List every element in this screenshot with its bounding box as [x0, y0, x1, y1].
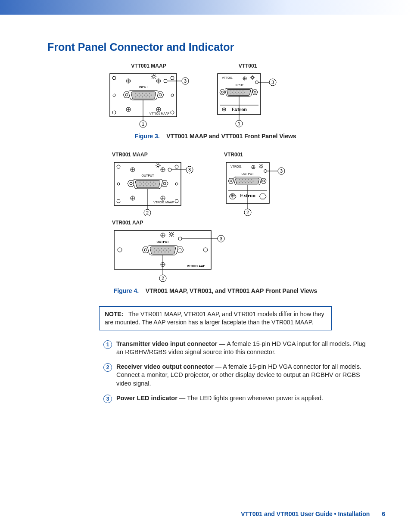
svg-point-106	[140, 182, 141, 183]
svg-point-119	[150, 185, 151, 187]
svg-point-146	[263, 180, 265, 182]
svg-point-22	[159, 93, 162, 96]
svg-point-34	[139, 96, 140, 98]
svg-point-160	[248, 182, 249, 183]
svg-point-1	[112, 76, 116, 80]
svg-point-26	[146, 93, 147, 94]
svg-point-72	[234, 93, 234, 94]
svg-point-194	[156, 250, 157, 251]
svg-point-190	[158, 248, 159, 249]
svg-point-31	[147, 95, 149, 96]
figure-4-row-2: VTR001 AAP OUTPUT VTR00	[112, 220, 383, 282]
svg-point-202	[165, 252, 166, 253]
svg-point-148	[242, 179, 243, 180]
diagram-vtt001-maap: INPUT	[108, 72, 190, 128]
page-top-border	[0, 0, 411, 15]
callout-lead: Receiver video output connector	[116, 363, 214, 370]
svg-point-133	[260, 165, 262, 168]
callout-marker: 3	[184, 78, 187, 84]
figure-label: VTR001 AAP	[112, 220, 383, 226]
svg-point-172	[203, 248, 208, 252]
svg-point-85	[175, 165, 178, 168]
svg-point-156	[252, 180, 253, 181]
diagram-model-text: VTR001 MAAP	[153, 201, 174, 204]
figure-vtr001: VTR001 VTR001 OUTPUT	[224, 152, 289, 216]
diagram-model-text: VTT001 MAAP	[149, 112, 170, 115]
svg-point-159	[245, 182, 246, 183]
svg-point-115	[155, 184, 156, 185]
svg-point-105	[163, 182, 166, 185]
svg-point-191	[161, 248, 162, 249]
figure-label: VTR001 MAAP	[112, 152, 148, 158]
svg-point-29	[140, 95, 142, 96]
svg-point-71	[230, 93, 231, 94]
svg-point-73	[237, 93, 237, 94]
svg-point-64	[240, 90, 240, 91]
svg-point-70	[244, 92, 245, 93]
diagram-model-text: VTR001 AAP	[187, 264, 205, 268]
svg-point-69	[241, 92, 242, 93]
svg-point-158	[242, 182, 243, 183]
svg-point-66	[232, 92, 233, 93]
svg-point-68	[238, 92, 239, 93]
caption-text: VTR001 MAAP, VTR001, and VTR001 AAP Fron…	[146, 287, 318, 294]
callout-number-icon: 3	[103, 395, 112, 403]
figure-label: VTT001 MAAP	[131, 63, 166, 69]
svg-point-118	[146, 185, 148, 187]
svg-text:2: 2	[246, 210, 249, 215]
svg-point-113	[148, 184, 149, 185]
svg-point-150	[248, 179, 249, 180]
callout-number-icon: 1	[103, 340, 112, 349]
svg-point-203	[168, 252, 169, 253]
svg-point-122	[175, 183, 178, 185]
svg-point-84	[117, 165, 120, 168]
svg-point-147	[239, 179, 240, 180]
svg-point-120	[153, 185, 155, 187]
svg-text:3: 3	[271, 80, 274, 85]
svg-text:3: 3	[280, 168, 283, 174]
svg-point-198	[170, 250, 171, 251]
callout-text: — The LED lights green whenever power is…	[177, 395, 323, 401]
caption-number: Figure 3.	[134, 133, 159, 140]
diagram-input-label: INPUT	[235, 84, 244, 87]
svg-point-4	[171, 111, 174, 114]
callout-lead: Power LED indicator	[116, 395, 177, 401]
svg-point-110	[153, 182, 155, 183]
svg-point-195	[159, 250, 161, 251]
svg-point-39	[171, 94, 174, 96]
svg-point-111	[141, 184, 143, 185]
svg-point-200	[158, 252, 159, 253]
svg-point-59	[221, 91, 224, 93]
svg-point-184	[178, 237, 182, 240]
svg-point-157	[239, 182, 240, 183]
svg-point-175	[170, 233, 173, 236]
svg-point-27	[149, 93, 150, 94]
svg-text:2: 2	[162, 276, 164, 281]
diagram-input-label: INPUT	[139, 85, 149, 88]
svg-point-121	[117, 183, 120, 185]
svg-point-2	[171, 76, 174, 80]
callout-number-icon: 2	[103, 363, 112, 372]
svg-text:1: 1	[238, 121, 240, 126]
figure-3-caption: Figure 3. VTT001 MAAP and VTT001 Front P…	[47, 133, 383, 140]
svg-point-75	[243, 93, 243, 94]
callout-2: 2 Receiver video output connector — A fe…	[103, 363, 366, 388]
svg-point-104	[130, 182, 132, 185]
svg-text:3: 3	[220, 236, 222, 241]
figure-vtr001-maap: VTR001 MAAP OUTPUT	[112, 152, 194, 216]
callout-marker: 1	[142, 121, 144, 127]
callout-lead: Transmitter video input connector	[116, 340, 217, 347]
svg-point-61	[230, 90, 231, 91]
svg-point-171	[118, 248, 122, 252]
svg-point-112	[145, 184, 146, 185]
svg-point-47	[252, 77, 254, 79]
svg-point-23	[135, 93, 137, 94]
svg-point-201	[161, 252, 162, 253]
callout-1: 1 Transmitter video input connector — A …	[103, 340, 366, 357]
svg-point-145	[230, 180, 232, 182]
page-footer: VTT001 and VTR001 User Guide • Installat…	[241, 510, 385, 517]
svg-point-92	[157, 164, 159, 167]
diagram-model-text: VTR001	[230, 165, 242, 168]
diagram-vtr001-aap: OUTPUT VTR001 AAP 3 2	[112, 228, 233, 282]
svg-point-108	[146, 182, 148, 183]
